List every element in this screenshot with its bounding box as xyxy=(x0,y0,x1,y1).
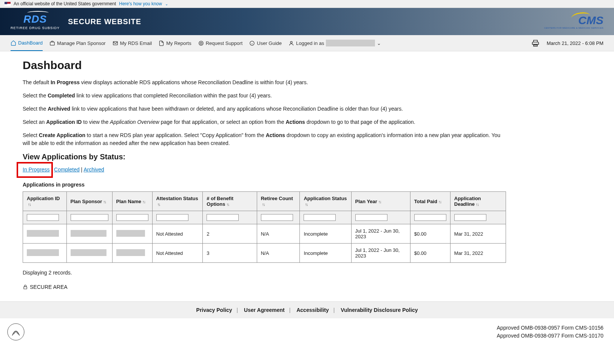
nav-manage-label: Manage Plan Sponsor xyxy=(57,40,106,46)
redacted-value xyxy=(27,230,59,237)
cell-plan-year: Jul 1, 2022 - Jun 30, 2023 xyxy=(351,224,410,244)
print-icon[interactable] xyxy=(532,39,539,47)
sort-icon: ↑↓ xyxy=(378,199,381,204)
redacted-value xyxy=(27,249,59,256)
footer-vulnerability[interactable]: Vulnerability Disclosure Policy xyxy=(341,307,418,313)
footer-accessibility[interactable]: Accessibility xyxy=(296,307,329,313)
filter-application-deadline[interactable] xyxy=(454,214,486,221)
col-retiree-count[interactable]: Retiree Count↑↓ xyxy=(257,192,300,211)
svg-point-3 xyxy=(200,42,202,44)
filter-application-status[interactable] xyxy=(304,214,336,221)
support-icon xyxy=(198,40,204,46)
briefcase-icon xyxy=(49,40,55,46)
cell-total-paid: $0.00 xyxy=(410,244,450,263)
svg-point-2 xyxy=(199,41,203,45)
nav-manage-plan-sponsor[interactable]: Manage Plan Sponsor xyxy=(49,36,106,51)
site-header: RDS RETIREE DRUG SUBSIDY SECURE WEBSITE … xyxy=(0,8,614,35)
omb-approval: Approved OMB-0938-0957 Form CMS-10156 Ap… xyxy=(497,324,603,340)
svg-rect-0 xyxy=(50,42,54,45)
main-content: Dashboard The default In Progress view d… xyxy=(0,51,529,301)
filter-plan-name[interactable] xyxy=(116,214,148,221)
col-benefit-options[interactable]: # of Benefit Options↑↓ xyxy=(203,192,257,211)
table-row: Not Attested 2 N/A Incomplete Jul 1, 202… xyxy=(23,224,506,244)
col-application-status[interactable]: Application Status↑↓ xyxy=(300,192,351,211)
footer-agreement[interactable]: User Agreement xyxy=(244,307,285,313)
gov-banner-link[interactable]: Here's how you know xyxy=(119,1,162,6)
cell-benefit: 3 xyxy=(203,244,257,263)
omb-line-2: Approved OMB-0938-0977 Form CMS-10170 xyxy=(497,332,603,340)
chevron-down-icon: ⌄ xyxy=(377,40,381,46)
filter-plan-year[interactable] xyxy=(355,214,387,221)
sort-icon: ↑↓ xyxy=(476,202,478,207)
nav-email-label: My RDS Email xyxy=(120,40,152,46)
cell-total-paid: $0.00 xyxy=(410,224,450,244)
col-attestation-status[interactable]: Attestation Status↑↓ xyxy=(152,192,203,211)
document-icon xyxy=(159,40,164,46)
nav-dashboard-label: DashBoard xyxy=(18,40,43,46)
link-archived[interactable]: Archived xyxy=(83,167,104,173)
col-plan-sponsor[interactable]: Plan Sponsor↑↓ xyxy=(66,192,112,211)
cms-logo-main: CMS xyxy=(578,14,603,27)
home-icon xyxy=(11,40,16,46)
cms-logo: CMS CENTERS FOR MEDICARE & MEDICAID SERV… xyxy=(544,14,603,29)
svg-rect-6 xyxy=(24,287,27,289)
cell-attest: Not Attested xyxy=(152,224,203,244)
lock-icon xyxy=(23,284,28,290)
cell-retiree: N/A xyxy=(257,244,300,263)
nav-logged-in-label: Logged in as xyxy=(296,40,324,46)
omb-line-1: Approved OMB-0938-0957 Form CMS-10156 xyxy=(497,324,603,332)
filter-retiree-count[interactable] xyxy=(261,214,293,221)
cell-app-status: Incomplete xyxy=(300,224,351,244)
col-plan-name[interactable]: Plan Name↑↓ xyxy=(112,192,152,211)
col-application-id[interactable]: Application ID↑↓ xyxy=(23,192,67,211)
nav-logged-in[interactable]: Logged in as ⌄ xyxy=(288,35,381,51)
nav-reports-label: My Reports xyxy=(166,40,191,46)
sort-icon: ↑↓ xyxy=(103,199,106,204)
gov-banner: An official website of the United States… xyxy=(0,0,614,8)
nav-guide-label: User Guide xyxy=(257,40,282,46)
cms-logo-sub: CENTERS FOR MEDICARE & MEDICAID SERVICES xyxy=(544,27,603,29)
filter-attestation-status[interactable] xyxy=(156,214,188,221)
nav-dashboard[interactable]: DashBoard xyxy=(11,35,43,51)
user-icon xyxy=(288,40,294,46)
cell-deadline: Mar 31, 2022 xyxy=(450,244,506,263)
sort-icon: ↑↓ xyxy=(28,202,31,207)
nav-datetime: March 21, 2022 - 6:08 PM xyxy=(547,40,603,46)
cell-deadline: Mar 31, 2022 xyxy=(450,224,506,244)
chevron-down-icon: ⌄ xyxy=(165,2,168,6)
redacted-value xyxy=(71,249,106,256)
cell-benefit: 2 xyxy=(203,224,257,244)
cell-app-status: Incomplete xyxy=(300,244,351,263)
nav-my-rds-email[interactable]: My RDS Email xyxy=(113,36,152,51)
sort-icon: ↑↓ xyxy=(226,202,229,207)
filter-benefit-options[interactable] xyxy=(207,214,239,221)
mail-icon xyxy=(113,40,118,46)
cell-attest: Not Attested xyxy=(152,244,203,263)
secure-area-indicator: SECURE AREA xyxy=(23,284,506,290)
footer-links: Privacy Policy| User Agreement| Accessib… xyxy=(0,301,614,318)
nav-request-support[interactable]: Request Support xyxy=(198,36,243,51)
footer-privacy[interactable]: Privacy Policy xyxy=(196,307,232,313)
rds-logo: RDS RETIREE DRUG SUBSIDY xyxy=(11,13,60,30)
table-title: Applications in progress xyxy=(23,182,506,188)
col-application-deadline[interactable]: Application Deadline↑↓ xyxy=(450,192,506,211)
cell-plan-year: Jul 1, 2022 - Jun 30, 2023 xyxy=(351,244,410,263)
svg-point-5 xyxy=(290,41,292,43)
nav-user-guide[interactable]: User Guide xyxy=(249,36,282,51)
filter-application-id[interactable] xyxy=(27,214,59,221)
logged-in-username-redacted xyxy=(326,40,375,46)
link-completed[interactable]: Completed xyxy=(54,167,80,173)
link-in-progress[interactable]: In Progress xyxy=(23,167,50,173)
sort-icon: ↑↓ xyxy=(305,202,307,207)
col-total-paid[interactable]: Total Paid↑↓ xyxy=(410,192,450,211)
filter-plan-sponsor[interactable] xyxy=(71,214,108,221)
footer-bottom: Approved OMB-0938-0957 Form CMS-10156 Ap… xyxy=(0,318,614,345)
nav-my-reports[interactable]: My Reports xyxy=(159,36,191,51)
page-title: Dashboard xyxy=(23,59,506,72)
filter-total-paid[interactable] xyxy=(414,214,446,221)
gov-banner-text: An official website of the United States… xyxy=(14,1,116,6)
col-plan-year[interactable]: Plan Year↑↓ xyxy=(351,192,410,211)
us-flag-icon xyxy=(5,2,11,6)
nav-support-label: Request Support xyxy=(206,40,243,46)
records-count: Displaying 2 records. xyxy=(23,270,506,276)
